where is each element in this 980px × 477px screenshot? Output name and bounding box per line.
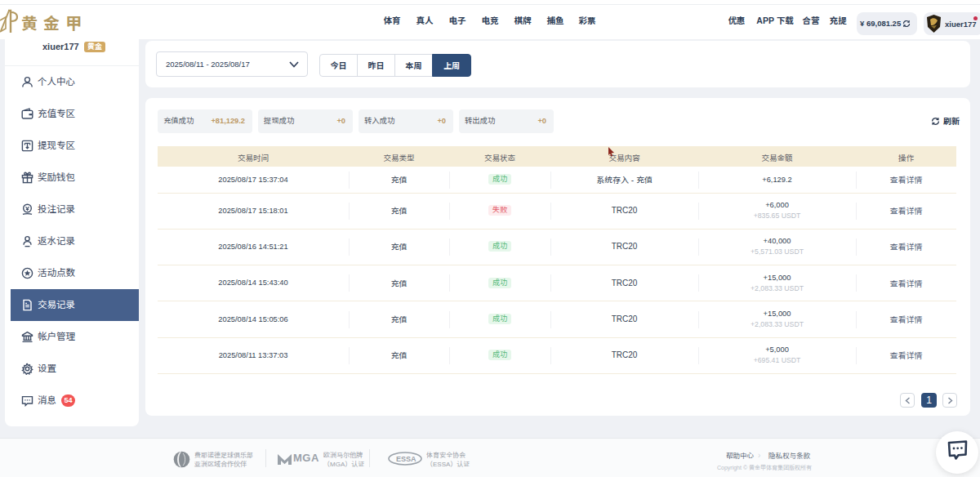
- svg-text:ESSA: ESSA: [396, 455, 416, 463]
